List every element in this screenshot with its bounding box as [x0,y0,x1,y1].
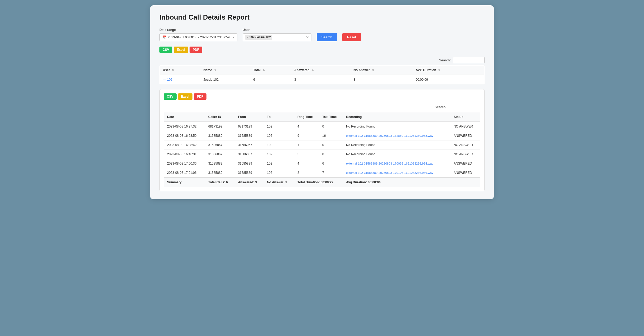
cell-from: 31585889 [235,131,264,140]
col-no-answer[interactable]: No Answer ⇅ [350,66,412,75]
footer-summary: Summary [164,178,205,187]
cell-date: 2023-08-03 16:38:42 [164,140,205,150]
cell-from: 68173199 [235,122,264,131]
csv-button-inner[interactable]: CSV [164,93,177,100]
detail-table-head: Date Caller ID From To Ring Time Talk Ti… [164,112,480,122]
csv-button-top[interactable]: CSV [159,47,172,53]
col-avg-duration[interactable]: AVG Duration ⇅ [412,66,484,75]
recording-link[interactable]: external-102-31585889-20230803-170106-16… [346,171,433,174]
sort-name-icon: ⇅ [214,69,216,72]
cell-status: ANSWERED [450,159,480,168]
cell-recording: external-102-31585889-20230803-162850-16… [343,131,450,140]
cell-recording: No Recording Found [343,150,450,159]
date-range-input[interactable]: 📅 2023-01-01 00:00:00 - 2023-12-31 23:59… [159,33,237,41]
cell-caller-id: 31585889 [205,159,235,168]
detail-table-row: 2023-08-03 16:46:31 31586067 31586067 10… [164,150,480,159]
cell-talk-time: 0 [319,140,343,150]
cell-from: 31586067 [235,150,264,159]
cell-recording: No Recording Found [343,122,450,131]
chevron-down-icon: ▾ [233,35,234,39]
cell-user: — 102 [160,75,200,84]
cell-caller-id: 31585889 [205,168,235,178]
cell-from: 31586067 [235,140,264,150]
summary-table: User ⇅ Name ⇅ Total ⇅ Answered ⇅ No Answ… [159,65,485,84]
cell-from: 31585889 [235,168,264,178]
no-recording: No Recording Found [346,152,375,156]
pdf-button-top[interactable]: PDF [190,47,202,53]
user-link[interactable]: — 102 [163,78,197,81]
cell-from: 31585889 [235,159,264,168]
detail-footer-row: Summary Total Calls: 6 Answered: 3 No An… [164,178,480,187]
excel-button-inner[interactable]: Excel [178,93,192,100]
user-filter-group: User × 102-Jessie 102 ✕ [243,28,311,41]
sort-answered-icon: ⇅ [311,69,314,72]
col-status[interactable]: Status [450,112,480,122]
footer-total-calls: Total Calls: 6 [205,178,235,187]
cell-ring-time: 11 [294,140,319,150]
cell-recording: No Recording Found [343,140,450,150]
clear-user-button[interactable]: ✕ [306,35,309,39]
col-talk-time[interactable]: Talk Time [319,112,343,122]
detail-search-input[interactable] [449,104,480,110]
cell-status: ANSWERED [450,131,480,140]
reset-button[interactable]: Reset [342,33,361,41]
date-range-value: 2023-01-01 00:00:00 - 2023-12-31 23:59:5… [168,35,230,39]
sort-avg-icon: ⇅ [438,69,440,72]
detail-search-label: Search: [435,105,447,109]
date-range-group: Date range 📅 2023-01-01 00:00:00 - 2023-… [159,28,237,41]
cell-avg-duration: 00:00:09 [412,75,484,84]
cell-ring-time: 2 [294,168,319,178]
cell-caller-id: 31586067 [205,150,235,159]
date-range-label: Date range [159,28,237,32]
footer-answered: Answered: 3 [235,178,264,187]
user-tag-x[interactable]: × [247,36,248,39]
user-tag: × 102-Jessie 102 [245,35,273,40]
excel-button-top[interactable]: Excel [174,47,188,53]
col-answered[interactable]: Answered ⇅ [291,66,350,75]
col-caller-id[interactable]: Caller ID [205,112,235,122]
pdf-button-inner[interactable]: PDF [194,93,206,100]
col-total[interactable]: Total ⇅ [250,66,291,75]
cell-recording: external-102-31585889-20230803-170036-16… [343,159,450,168]
no-recording: No Recording Found [346,125,375,128]
summary-table-body: — 102 Jessie 102 6 3 3 00:00:09 [160,75,485,84]
cell-ring-time: 4 [294,122,319,131]
col-from[interactable]: From [235,112,264,122]
summary-search-input[interactable] [453,57,485,63]
search-button[interactable]: Search [317,33,337,41]
export-buttons-inner: CSV Excel PDF [164,93,480,100]
main-card: Inbound Call Details Report Date range 📅… [150,5,494,199]
cell-ring-time: 4 [294,159,319,168]
col-recording[interactable]: Recording [343,112,450,122]
user-select-wrap[interactable]: × 102-Jessie 102 ✕ [243,33,311,41]
col-to[interactable]: To [264,112,294,122]
cell-date: 2023-08-03 17:01:06 [164,168,205,178]
cell-to: 102 [264,168,294,178]
recording-link[interactable]: external-102-31585889-20230803-162850-16… [346,134,433,137]
detail-table: Date Caller ID From To Ring Time Talk Ti… [164,112,480,187]
cell-total: 6 [250,75,291,84]
cell-to: 102 [264,122,294,131]
export-buttons-top: CSV Excel PDF [159,47,485,53]
cell-to: 102 [264,159,294,168]
cell-to: 102 [264,150,294,159]
col-user[interactable]: User ⇅ [160,66,200,75]
cell-ring-time: 5 [294,150,319,159]
summary-search-label: Search: [439,58,451,62]
detail-table-row: 2023-08-03 17:01:06 31585889 31585889 10… [164,168,480,178]
cell-to: 102 [264,131,294,140]
calendar-icon: 📅 [162,35,166,39]
col-name[interactable]: Name ⇅ [200,66,250,75]
detail-table-row: 2023-08-03 16:27:32 68173199 68173199 10… [164,122,480,131]
cell-status: ANSWERED [450,168,480,178]
detail-header-row: Date Caller ID From To Ring Time Talk Ti… [164,112,480,122]
user-label: User [243,28,311,32]
cell-caller-id: 31585889 [205,131,235,140]
col-ring-time[interactable]: Ring Time [294,112,319,122]
col-date[interactable]: Date [164,112,205,122]
cell-status: NO ANSWER [450,150,480,159]
footer-total-duration: Total Duration: 00:00:29 [294,178,343,187]
summary-search-row: Search: [159,57,485,63]
recording-link[interactable]: external-102-31585889-20230803-170036-16… [346,162,433,165]
cell-recording: external-102-31585889-20230803-170106-16… [343,168,450,178]
